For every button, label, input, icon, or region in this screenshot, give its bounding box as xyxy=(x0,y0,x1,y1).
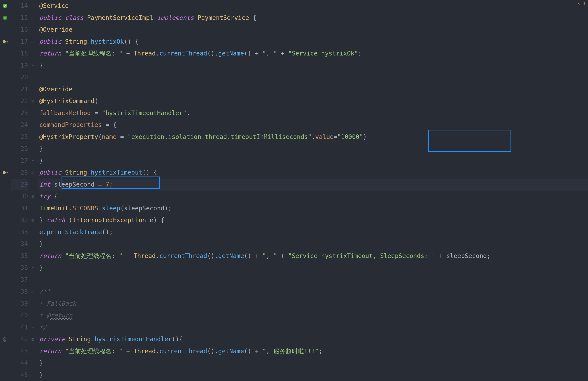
annotation-gutter-icon[interactable]: @ xyxy=(3,336,6,342)
fold-toggle-icon[interactable]: ⊟ xyxy=(31,95,34,107)
code-line[interactable]: fallbackMethod = "hystrixTimeoutHandler"… xyxy=(38,107,588,119)
code-line[interactable]: @Service xyxy=(38,0,588,12)
code-line[interactable]: * FallBack xyxy=(38,298,588,310)
line-number[interactable]: 31 xyxy=(11,202,28,215)
code-line[interactable]: TimeUnit.SECONDS.sleep(sleepSecond); xyxy=(38,202,588,215)
code-line[interactable] xyxy=(38,274,588,286)
op: + xyxy=(277,50,288,57)
line-number[interactable]: 35 xyxy=(11,250,28,262)
code-line[interactable]: try { xyxy=(38,190,588,202)
line-number[interactable]: 32 xyxy=(11,214,28,226)
line-number[interactable]: 36 xyxy=(11,262,28,274)
code-line-current[interactable]: int sleepSecond = 7; xyxy=(38,179,588,191)
code-line[interactable]: } xyxy=(38,60,588,72)
string: "当前处理线程名: " xyxy=(65,252,123,260)
override-icon[interactable] xyxy=(3,40,6,43)
code-line[interactable]: commandProperties = { xyxy=(38,119,588,131)
override-icon[interactable] xyxy=(3,171,6,174)
code-line[interactable]: */ xyxy=(38,322,588,334)
line-number[interactable]: 25 xyxy=(11,131,28,143)
line-number[interactable]: 26 xyxy=(11,143,28,155)
line-number[interactable]: 38 xyxy=(11,286,28,298)
code-line[interactable]: @Override xyxy=(38,84,588,95)
op: + xyxy=(123,252,134,260)
code-line[interactable]: @HystrixProperty(name = "execution.isola… xyxy=(38,131,588,143)
line-number[interactable]: 42 xyxy=(11,333,28,345)
code-line[interactable] xyxy=(38,71,588,84)
line-number[interactable]: 30 xyxy=(11,190,28,202)
line-number[interactable]: 39 xyxy=(11,298,28,310)
line-number[interactable]: 23 xyxy=(11,107,28,119)
code-line[interactable]: public class PaymentServiceImpl implemen… xyxy=(38,12,588,24)
fold-toggle-icon[interactable]: ⊟ xyxy=(31,333,34,345)
code-line[interactable]: } xyxy=(38,357,588,369)
method: printStackTrace xyxy=(47,228,102,236)
string: ", 服务超时啦!!!" xyxy=(262,348,319,355)
fold-end-icon[interactable]: ⌐ xyxy=(31,369,34,381)
code-line[interactable]: public String hystrixTimeout() { xyxy=(38,167,588,179)
code-line[interactable]: return "当前处理线程名: " + Thread.currentThrea… xyxy=(38,48,588,60)
keyword: int xyxy=(39,181,50,188)
fold-toggle-icon[interactable]: ⊟ xyxy=(31,214,34,226)
line-number[interactable]: 17 xyxy=(11,36,28,48)
code-line[interactable]: private String hystrixTimeoutHandler(){ xyxy=(38,333,588,345)
line-number[interactable]: 44 xyxy=(11,357,28,369)
punct: . xyxy=(156,252,159,260)
line-number[interactable]: 22 xyxy=(11,95,28,107)
spring-bean-icon[interactable] xyxy=(2,3,8,8)
line-number[interactable]: 29 xyxy=(11,179,28,191)
line-number[interactable]: 33 xyxy=(11,226,28,238)
fold-toggle-icon[interactable]: ⊟ xyxy=(31,190,34,202)
line-number[interactable]: 27 xyxy=(11,155,28,167)
fold-end-icon[interactable]: ⌐ xyxy=(31,262,34,274)
line-number[interactable]: 43 xyxy=(11,345,28,358)
code-line[interactable]: public String hystrixOk() { xyxy=(38,36,588,48)
fold-toggle-icon[interactable]: ⊟ xyxy=(31,12,34,24)
line-number[interactable]: 19 xyxy=(11,60,28,72)
fold-end-icon[interactable]: ⌐ xyxy=(31,322,34,334)
line-number[interactable]: 45 xyxy=(11,369,28,381)
line-number[interactable]: 18 xyxy=(11,48,28,60)
code-line[interactable]: * @return xyxy=(38,310,588,322)
line-number[interactable]: 34 xyxy=(11,238,28,250)
code-content[interactable]: @Service public class PaymentServiceImpl… xyxy=(38,0,588,381)
brace: } xyxy=(39,240,43,247)
implements-up-icon[interactable]: ↑ xyxy=(6,170,8,175)
line-number[interactable]: 14 xyxy=(11,0,28,12)
line-number[interactable]: 37 xyxy=(11,274,28,286)
code-line[interactable]: } xyxy=(38,369,588,381)
fold-toggle-icon[interactable]: ⊟ xyxy=(31,286,34,298)
line-number[interactable]: 15 xyxy=(11,12,28,24)
line-number[interactable]: 20 xyxy=(11,71,28,84)
line-number[interactable]: 40 xyxy=(11,310,28,322)
fold-toggle-icon[interactable]: ⊟ xyxy=(31,167,34,179)
line-number[interactable]: 24 xyxy=(11,119,28,131)
fold-end-icon[interactable]: ⌐ xyxy=(31,60,34,72)
code-line[interactable]: } xyxy=(38,238,588,250)
code-line[interactable]: @HystrixCommand( xyxy=(38,95,588,107)
fold-end-icon[interactable]: ⌐ xyxy=(31,155,34,167)
code-line[interactable]: } xyxy=(38,143,588,155)
code-editor[interactable]: ↑ ↑ @ 14 15 16 17 18 19 20 21 22 23 24 2… xyxy=(0,0,588,381)
line-number[interactable]: 28 xyxy=(11,167,28,179)
code-line[interactable]: e.printStackTrace(); xyxy=(38,226,588,238)
code-line[interactable]: return "当前处理线程名: " + Thread.currentThrea… xyxy=(38,345,588,358)
annotation: @Override xyxy=(39,26,72,33)
code-line[interactable]: ) xyxy=(38,155,588,167)
implements-up-icon[interactable]: ↑ xyxy=(6,39,8,44)
line-number[interactable]: 21 xyxy=(11,84,28,95)
line-number[interactable]: 41 xyxy=(11,322,28,334)
fold-end-icon[interactable]: ⌐ xyxy=(31,357,34,369)
keyword: public xyxy=(39,169,61,176)
fold-end-icon[interactable]: ⌐ xyxy=(31,238,34,250)
code-line[interactable]: @Override xyxy=(38,24,588,36)
line-number[interactable]: 16 xyxy=(11,24,28,36)
constant: SECONDS xyxy=(72,205,98,212)
code-line[interactable]: } catch (InterruptedException e) { xyxy=(38,214,588,226)
fold-toggle-icon[interactable]: ⊟ xyxy=(31,36,34,48)
class-icon[interactable] xyxy=(2,15,8,21)
code-line[interactable]: return "当前处理线程名: " + Thread.currentThrea… xyxy=(38,250,588,262)
code-line[interactable]: /** xyxy=(38,286,588,298)
string: "Service hystrixTimeout, SleepSeconds: " xyxy=(288,252,435,260)
code-line[interactable]: } xyxy=(38,262,588,274)
